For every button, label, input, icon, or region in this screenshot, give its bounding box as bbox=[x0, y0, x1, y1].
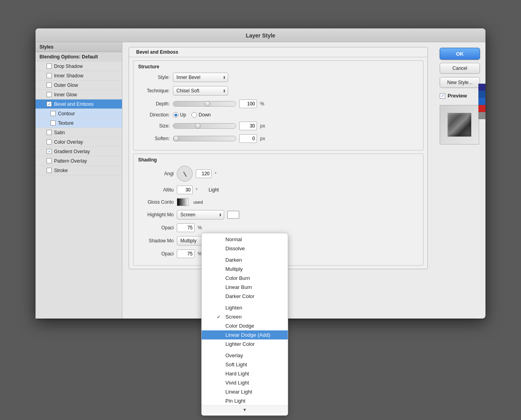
color-blue[interactable] bbox=[478, 91, 485, 98]
preview-row: ✓ Preview bbox=[440, 91, 480, 100]
altitude-degree: ° bbox=[196, 188, 197, 192]
angle-input[interactable] bbox=[196, 169, 212, 178]
new-style-button[interactable]: New Style... bbox=[440, 77, 480, 88]
color-blue-mid[interactable] bbox=[478, 98, 485, 105]
size-label: Size: bbox=[138, 123, 170, 129]
sidebar-item-stroke[interactable]: Stroke bbox=[36, 166, 122, 175]
sidebar-item-pattern-overlay[interactable]: Pattern Overlay bbox=[36, 156, 122, 166]
depth-row: Depth: % bbox=[138, 99, 418, 108]
menu-item-screen[interactable]: ✓ Screen bbox=[202, 312, 288, 321]
ok-button[interactable]: OK bbox=[440, 48, 480, 60]
direction-down-radio-btn[interactable] bbox=[191, 112, 197, 118]
menu-scroll-down[interactable]: ▼ bbox=[202, 405, 288, 414]
bevel-emboss-header: Bevel and Emboss bbox=[129, 47, 427, 57]
technique-dropdown[interactable]: Chisel Soft bbox=[173, 86, 228, 96]
depth-slider[interactable] bbox=[173, 101, 236, 107]
highlight-opacity-label: Opaci bbox=[138, 225, 174, 231]
preview-checkbox[interactable]: ✓ bbox=[440, 93, 445, 99]
color-gray[interactable] bbox=[478, 112, 485, 119]
sidebar-item-drop-shadow[interactable]: Drop Shadow bbox=[36, 62, 122, 71]
depth-input[interactable] bbox=[239, 99, 257, 108]
sidebar-item-blending-options[interactable]: Blending Options: Default bbox=[36, 52, 122, 62]
stroke-checkbox[interactable] bbox=[47, 168, 52, 173]
menu-item-color-burn[interactable]: Color Burn bbox=[202, 274, 288, 283]
satin-checkbox[interactable] bbox=[47, 130, 52, 135]
direction-down-radio[interactable]: Down bbox=[191, 112, 211, 118]
menu-item-lighter-color[interactable]: Lighter Color bbox=[202, 339, 288, 349]
menu-item-pin-light[interactable]: Pin Light bbox=[202, 396, 288, 405]
depth-label: Depth: bbox=[138, 101, 170, 107]
dialog-title-bar: Layer Style bbox=[36, 28, 485, 42]
altitude-input[interactable] bbox=[177, 186, 193, 194]
menu-item-vivid-light[interactable]: Vivid Light bbox=[202, 378, 288, 387]
highlight-opacity-unit: % bbox=[198, 225, 202, 231]
menu-item-lighten[interactable]: Lighten bbox=[202, 303, 288, 312]
sidebar-item-gradient-overlay[interactable]: ✓ Gradient Overlay bbox=[36, 147, 122, 156]
direction-up-radio[interactable]: Up bbox=[173, 112, 186, 118]
contour-checkbox[interactable] bbox=[51, 111, 56, 116]
sidebar-item-inner-shadow[interactable]: Inner Shadow bbox=[36, 71, 122, 81]
highlight-opacity-input[interactable] bbox=[177, 223, 195, 232]
angle-label: Angl bbox=[138, 171, 174, 176]
preview-box bbox=[440, 105, 479, 144]
sidebar-item-texture[interactable]: Texture bbox=[36, 118, 122, 128]
menu-item-linear-dodge[interactable]: Linear Dodge (Add) bbox=[202, 330, 288, 339]
highlight-mode-row: Highlight Mo Screen ⬍ bbox=[138, 210, 418, 219]
angle-dial[interactable] bbox=[177, 166, 193, 182]
sidebar-item-contour[interactable]: Contour bbox=[36, 109, 122, 118]
dialog-title: Layer Style bbox=[246, 32, 275, 39]
outer-glow-checkbox[interactable] bbox=[47, 82, 52, 88]
altitude-row: Altitu ° Light bbox=[138, 186, 418, 194]
highlight-color-swatch[interactable] bbox=[227, 211, 239, 219]
soften-row: Soften: px bbox=[138, 134, 418, 143]
inner-glow-checkbox[interactable] bbox=[47, 92, 52, 97]
soften-slider[interactable] bbox=[173, 136, 236, 141]
menu-item-hard-light[interactable]: Hard Light bbox=[202, 369, 288, 378]
color-red[interactable] bbox=[478, 105, 485, 112]
depth-unit: % bbox=[260, 101, 264, 107]
menu-item-linear-light[interactable]: Linear Light bbox=[202, 387, 288, 396]
direction-row: Direction: Up Down bbox=[138, 112, 418, 118]
color-blue-dark[interactable] bbox=[478, 84, 485, 91]
soften-slider-thumb bbox=[173, 136, 179, 141]
cancel-button[interactable]: Cancel bbox=[440, 63, 480, 74]
shadow-opacity-input[interactable] bbox=[177, 249, 195, 258]
soften-unit: px bbox=[260, 136, 265, 141]
soften-input[interactable] bbox=[239, 134, 257, 143]
gloss-contour-label: Gloss Conto bbox=[138, 199, 174, 205]
menu-item-normal[interactable]: Normal bbox=[202, 235, 288, 244]
pattern-overlay-checkbox[interactable] bbox=[47, 158, 52, 163]
style-dropdown[interactable]: Inner Bevel bbox=[173, 73, 228, 82]
menu-item-linear-burn[interactable]: Linear Burn bbox=[202, 283, 288, 292]
size-input[interactable] bbox=[239, 122, 257, 130]
sidebar-item-satin[interactable]: Satin bbox=[36, 128, 122, 137]
menu-item-darker-color[interactable]: Darker Color bbox=[202, 292, 288, 301]
menu-item-soft-light[interactable]: Soft Light bbox=[202, 360, 288, 369]
technique-row: Technique: Chisel Soft ⬍ bbox=[138, 86, 418, 96]
soften-label: Soften: bbox=[138, 136, 170, 141]
sidebar-item-color-overlay[interactable]: Color Overlay bbox=[36, 137, 122, 147]
inner-shadow-checkbox[interactable] bbox=[47, 73, 52, 78]
shadow-opacity-label: Opaci bbox=[138, 251, 174, 257]
menu-item-dissolve[interactable]: Dissolve bbox=[202, 244, 288, 253]
color-overlay-checkbox[interactable] bbox=[47, 139, 52, 144]
size-slider[interactable] bbox=[173, 123, 236, 129]
gloss-contour-preview[interactable] bbox=[177, 198, 189, 206]
menu-item-overlay[interactable]: Overlay bbox=[202, 351, 288, 360]
highlight-mode-dropdown[interactable]: Screen bbox=[177, 210, 224, 219]
menu-item-color-dodge[interactable]: Color Dodge bbox=[202, 321, 288, 330]
menu-item-multiply[interactable]: Multiply bbox=[202, 264, 288, 274]
menu-item-darken[interactable]: Darken bbox=[202, 255, 288, 264]
sidebar-item-inner-glow[interactable]: Inner Glow bbox=[36, 90, 122, 99]
gradient-overlay-checkbox[interactable]: ✓ bbox=[47, 149, 52, 154]
drop-shadow-checkbox[interactable] bbox=[47, 64, 52, 69]
direction-up-radio-btn[interactable] bbox=[173, 112, 178, 118]
bevel-emboss-checkbox[interactable]: ✓ bbox=[47, 101, 52, 107]
gloss-contour-value: used bbox=[193, 200, 203, 204]
direction-up-label: Up bbox=[180, 112, 186, 118]
sidebar-item-outer-glow[interactable]: Outer Glow bbox=[36, 81, 122, 90]
size-row: Size: px bbox=[138, 122, 418, 130]
highlight-mode-dropdown-wrapper: Screen ⬍ bbox=[177, 210, 224, 219]
texture-checkbox[interactable] bbox=[51, 120, 56, 126]
sidebar-item-bevel-emboss[interactable]: ✓ Bevel and Emboss bbox=[36, 99, 122, 109]
